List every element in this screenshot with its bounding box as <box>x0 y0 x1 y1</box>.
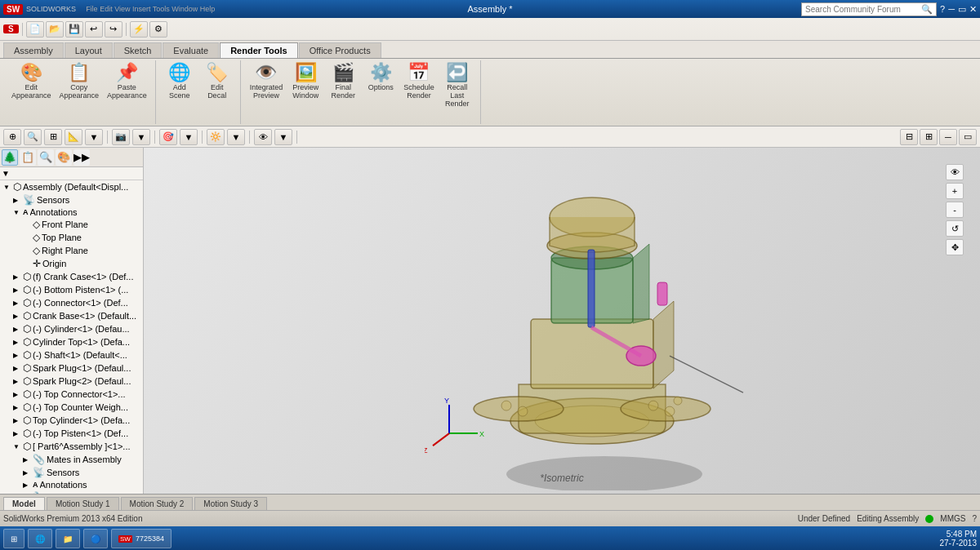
tab-evaluate[interactable]: Evaluate <box>163 42 219 58</box>
start-button[interactable]: ⊞ <box>3 529 24 548</box>
secondary-toolbar: ⊕ 🔍 ⊞ 📐 ▼ 📷 ▼ 🎯 ▼ 🔆 ▼ 👁 ▼ ⊟ ⊞ ─ ▭ <box>0 126 980 148</box>
tree-annotations[interactable]: ▼ A Annotations <box>0 206 143 218</box>
integrated-preview-btn[interactable]: 👁️ IntegratedPreview <box>247 62 287 109</box>
tab-layout[interactable]: Layout <box>65 42 113 58</box>
schedule-render-btn[interactable]: 📅 ScheduleRender <box>400 62 438 109</box>
shadow-ellipse <box>506 456 702 490</box>
preview-window-btn[interactable]: 🖼️ PreviewWindow <box>287 62 323 109</box>
view-tiles-btn[interactable]: ⊞ <box>920 129 938 145</box>
display-style-btn[interactable]: 📷 <box>112 129 130 145</box>
tree-origin[interactable]: ✛ Origin <box>0 257 143 270</box>
tree-top-piston[interactable]: ▶ ⬡ (-) Top Pisten<1> (Def... <box>0 427 143 440</box>
sw-menu-btn[interactable]: S <box>3 24 19 33</box>
open-btn[interactable]: 📂 <box>46 21 64 38</box>
tab-render-tools[interactable]: Render Tools <box>220 42 297 58</box>
tab-model[interactable]: Model <box>3 497 45 510</box>
sw-taskbar-btn[interactable]: SW 7725384 <box>111 529 172 548</box>
zoom-area-btn[interactable]: ⊞ <box>44 129 62 145</box>
tree-annotations-2[interactable]: ▶ A Annotations <box>0 479 143 490</box>
redo-btn[interactable]: ↪ <box>105 21 122 38</box>
tab-motion-2[interactable]: Motion Study 2 <box>121 497 194 510</box>
tree-assembly-root[interactable]: ▼ ⬡ Assembly (Default<Displ... <box>0 180 143 193</box>
expand-arrow: ▶ <box>13 313 23 320</box>
hide-show-btn[interactable]: 👁 <box>254 129 272 145</box>
property-manager-btn[interactable]: 📋 <box>20 149 36 166</box>
explorer-btn[interactable]: 📁 <box>56 529 80 548</box>
rotate-btn[interactable]: ↺ <box>946 220 964 237</box>
view-maximize-btn[interactable]: ▭ <box>959 129 977 145</box>
minimize-btn[interactable]: ─ <box>948 4 955 14</box>
chrome-btn[interactable]: 🔵 <box>83 529 108 548</box>
edit-decal-btn[interactable]: 🏷️ EditDecal <box>199 62 235 101</box>
tree-top-cylinder[interactable]: ▶ ⬡ Top Cylinder<1> (Defa... <box>0 414 143 427</box>
recall-render-btn[interactable]: ↩️ RecallLastRender <box>439 62 475 109</box>
options-btn[interactable]: ⚙ <box>149 21 167 38</box>
zoom-to-fit-btn[interactable]: ⊕ <box>3 129 21 145</box>
tree-right-plane-1[interactable]: ◇ Right Plane <box>0 244 143 257</box>
view-orient-dropdown[interactable]: ▼ <box>85 129 103 145</box>
pan-btn[interactable]: ✥ <box>946 239 964 255</box>
tree-crank-base[interactable]: ▶ ⬡ Crank Base<1> (Default... <box>0 309 143 322</box>
rebuild-btn[interactable]: ⚡ <box>130 21 148 38</box>
tree-cylinder-top[interactable]: ▶ ⬡ Cylinder Top<1> (Defa... <box>0 335 143 348</box>
tree-connector[interactable]: ▶ ⬡ (-) Connector<1> (Def... <box>0 296 143 309</box>
viewport[interactable]: X Y Z *Isometric 👁 + - ↺ ✥ <box>144 148 980 494</box>
search-box[interactable]: 🔍 <box>801 2 937 16</box>
copy-appearance-btn[interactable]: 📋 CopyAppearance <box>56 62 103 101</box>
tab-assembly[interactable]: Assembly <box>3 42 64 58</box>
tree-spark-plug-2[interactable]: ▶ ⬡ Spark Plug<2> (Defaul... <box>0 375 143 388</box>
help-link[interactable]: ? <box>972 514 977 523</box>
undo-btn[interactable]: ↩ <box>85 21 103 38</box>
view-split-btn[interactable]: ⊟ <box>900 129 918 145</box>
tree-front-plane[interactable]: ◇ Front Plane <box>0 218 143 231</box>
final-render-btn[interactable]: 🎬 FinalRender <box>325 62 361 109</box>
zoom-btn2[interactable]: + <box>946 183 964 199</box>
tree-top-plane-1[interactable]: ◇ Top Plane <box>0 231 143 244</box>
display-dropdown[interactable]: ▼ <box>132 129 150 145</box>
restore-btn[interactable]: ▭ <box>958 4 966 15</box>
section-view-btn[interactable]: 🎯 <box>159 129 177 145</box>
tab-motion-3[interactable]: Motion Study 3 <box>194 497 267 510</box>
view-minimize-btn[interactable]: ─ <box>939 129 957 145</box>
feature-manager-btn[interactable]: 🌲 <box>2 149 18 166</box>
tree-crank-case[interactable]: ▶ ⬡ (f) Crank Case<1> (Def... <box>0 270 143 283</box>
search-input[interactable] <box>805 5 920 14</box>
section-dropdown[interactable]: ▼ <box>180 129 198 145</box>
hide-dropdown[interactable]: ▼ <box>274 129 292 145</box>
new-btn[interactable]: 📄 <box>26 21 44 38</box>
preview-window-label: PreviewWindow <box>292 83 318 100</box>
zoom-out-btn[interactable]: - <box>946 202 964 218</box>
add-scene-btn[interactable]: 🌐 AddScene <box>162 62 198 101</box>
tab-sketch[interactable]: Sketch <box>114 42 163 58</box>
appearance-manager-btn[interactable]: 🎨 <box>56 149 72 166</box>
edit-appearance-btn[interactable]: 🎨 EditAppearance <box>8 62 55 101</box>
close-btn[interactable]: ✕ <box>969 4 977 15</box>
tree-material[interactable]: 🔧 Material <not specifie... <box>0 490 143 494</box>
tree-spark-plug-1[interactable]: ▶ ⬡ Spark Plug<1> (Defaul... <box>0 361 143 375</box>
statusbar-right: Under Defined Editing Assembly MMGS ? <box>798 514 977 523</box>
options-render-btn[interactable]: ⚙️ Options <box>363 62 399 109</box>
tree-more-btn[interactable]: ▶▶ <box>74 149 90 166</box>
tab-motion-1[interactable]: Motion Study 1 <box>47 497 119 510</box>
tree-mates[interactable]: ▶ 📎 Mates in Assembly <box>0 453 143 466</box>
view-orient-btn[interactable]: 📐 <box>65 129 82 145</box>
tree-top-counter[interactable]: ▶ ⬡ (-) Top Counter Weigh... <box>0 401 143 414</box>
lights-btn[interactable]: 🔆 <box>207 129 225 145</box>
help-icon[interactable]: ? <box>940 4 945 14</box>
tab-office[interactable]: Office Products <box>299 42 381 58</box>
config-manager-btn[interactable]: 🔍 <box>38 149 54 166</box>
paste-appearance-btn[interactable]: 📌 PasteAppearance <box>104 62 150 101</box>
zoom-in-btn[interactable]: 🔍 <box>24 129 42 145</box>
save-btn[interactable]: 💾 <box>65 21 83 38</box>
look-at-btn[interactable]: 👁 <box>946 164 964 180</box>
tree-part6[interactable]: ▼ ⬡ [ Part6^Assembly ]<1>... <box>0 440 143 453</box>
tree-top-connector[interactable]: ▶ ⬡ (-) Top Connector<1>... <box>0 388 143 401</box>
tree-sensors-2[interactable]: ▶ 📡 Sensors <box>0 466 143 479</box>
tree-shaft[interactable]: ▶ ⬡ (-) Shaft<1> (Default<... <box>0 348 143 361</box>
tree-sensors[interactable]: ▶ 📡 Sensors <box>0 193 143 206</box>
ie-btn[interactable]: 🌐 <box>28 529 52 548</box>
lights-dropdown[interactable]: ▼ <box>227 129 245 145</box>
tree-cylinder[interactable]: ▶ ⬡ (-) Cylinder<1> (Defau... <box>0 322 143 335</box>
tree-bottom-piston[interactable]: ▶ ⬡ (-) Bottom Pisten<1> (... <box>0 283 143 296</box>
search-icon[interactable]: 🔍 <box>921 4 933 15</box>
